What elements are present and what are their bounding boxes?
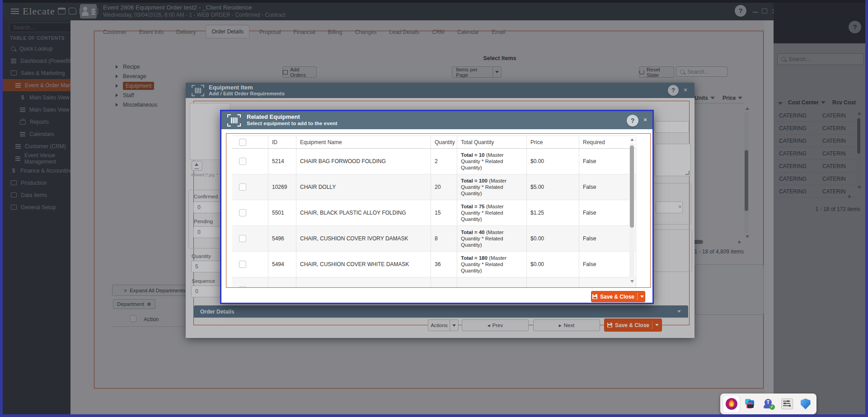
- equipment-name-column-header[interactable]: Equipment Name: [296, 136, 431, 148]
- row-checkbox[interactable]: [239, 183, 246, 191]
- quantity-column-header[interactable]: Quantity: [431, 136, 457, 148]
- scroll-up-icon[interactable]: [630, 138, 634, 141]
- scrollbar-thumb[interactable]: [630, 145, 634, 228]
- screen-border: [0, 0, 3, 417]
- table-vscrollbar[interactable]: [629, 143, 634, 278]
- total-quantity-column-header[interactable]: Total Quantity: [457, 136, 527, 148]
- row-checkbox[interactable]: [239, 158, 246, 165]
- table-row[interactable]: 5214 CHAIR BAG FORWOOD FOLDING 2 Total =…: [232, 149, 636, 174]
- related-modal-subtitle: Select equipment to add to the event: [247, 121, 338, 126]
- row-checkbox[interactable]: [239, 286, 246, 288]
- save-close-button[interactable]: Save & Close: [591, 291, 645, 302]
- dropdown-icon: [640, 295, 644, 298]
- id-column-header[interactable]: ID: [268, 136, 296, 148]
- barcode-icon: [227, 114, 241, 127]
- help-button[interactable]: ?: [627, 115, 638, 127]
- price-column-header[interactable]: Price: [527, 136, 579, 148]
- table-row[interactable]: 5501 CHAIR, BLACK PLASTIC ALLOY FOLDING …: [232, 200, 636, 226]
- table-row[interactable]: 5494 CHAIR, CUSHION COVER WHITE DAMASK 3…: [232, 252, 636, 277]
- screen-border: [865, 0, 868, 417]
- taskbar-settings-icon[interactable]: [779, 395, 795, 412]
- taskbar-teams-icon[interactable]: ✓: [760, 395, 777, 412]
- taskbar: ✓: [720, 394, 816, 414]
- screen-border: [0, 414, 868, 417]
- related-equipment-rows: 5214 CHAIR BAG FORWOOD FOLDING 2 Total =…: [232, 149, 636, 288]
- table-row[interactable]: Total = 75 (Master: [232, 277, 636, 288]
- taskbar-office-icon[interactable]: [741, 395, 758, 412]
- screen: Elecate Event 2806 Equipment Order test2…: [0, 0, 868, 417]
- select-all-checkbox[interactable]: [239, 139, 246, 146]
- related-table-header: ID Equipment Name Quantity Total Quantit…: [232, 136, 636, 149]
- table-row[interactable]: 5496 CHAIR, CUSHION COVER IVORY DAMASK 8…: [232, 226, 636, 252]
- row-checkbox[interactable]: [239, 261, 246, 268]
- required-column-header[interactable]: Required: [579, 136, 636, 148]
- row-checkbox[interactable]: [239, 209, 246, 216]
- related-equipment-modal: Related Equipment Select equipment to ad…: [220, 110, 654, 304]
- close-icon[interactable]: ×: [643, 116, 647, 123]
- row-checkbox[interactable]: [239, 235, 246, 242]
- related-modal-title: Related Equipment: [247, 113, 300, 120]
- taskbar-brow ser-flame-icon[interactable]: [723, 395, 740, 412]
- save-icon: [592, 294, 597, 299]
- table-row[interactable]: 10269 CHAIR DOLLY 20 Total = 100 (Master…: [232, 174, 636, 200]
- taskbar-security-icon[interactable]: [797, 395, 814, 412]
- scroll-down-icon[interactable]: [630, 280, 634, 283]
- related-modal-header: Related Equipment Select equipment to ad…: [221, 111, 652, 129]
- related-table-container: ID Equipment Name Quantity Total Quantit…: [226, 133, 651, 288]
